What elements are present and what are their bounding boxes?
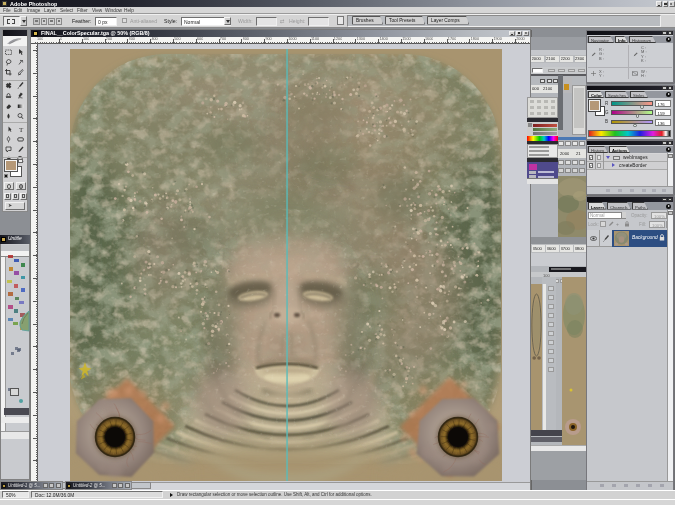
svg-text:T: T — [19, 126, 24, 134]
